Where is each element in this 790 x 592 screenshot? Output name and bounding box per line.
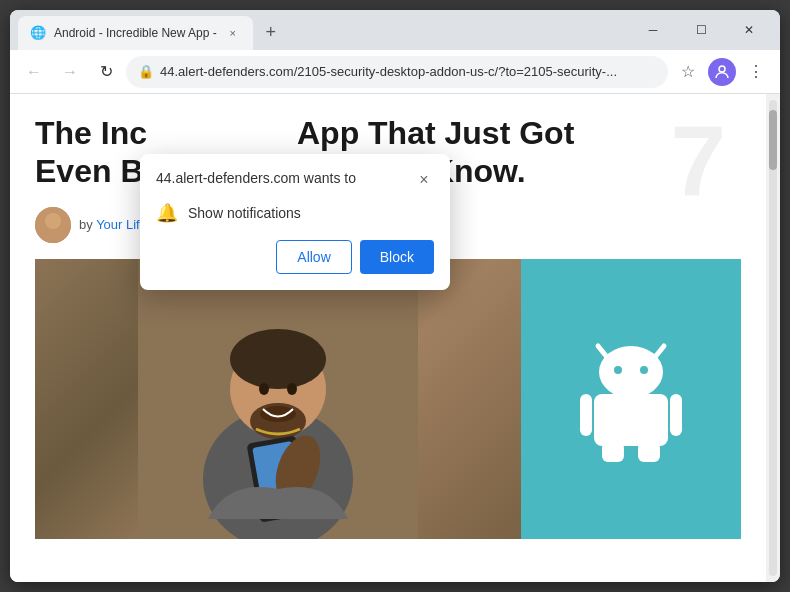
scrollbar-thumb[interactable] (769, 110, 777, 170)
notification-popup: 44.alert-defenders.com wants to × 🔔 Show… (140, 154, 450, 290)
popup-header: 44.alert-defenders.com wants to × (156, 170, 434, 190)
menu-button[interactable]: ⋮ (740, 56, 772, 88)
svg-point-0 (719, 66, 725, 72)
svg-point-9 (260, 406, 296, 422)
author-avatar (35, 207, 71, 243)
svg-point-11 (287, 383, 297, 395)
android-logo (576, 334, 686, 464)
popup-notification-text: Show notifications (188, 205, 301, 221)
block-button[interactable]: Block (360, 240, 434, 274)
tab-title: Android - Incredible New App - (54, 26, 217, 40)
window-controls: ─ ☐ ✕ (630, 16, 772, 44)
bell-icon: 🔔 (156, 202, 178, 224)
minimize-button[interactable]: ─ (630, 16, 676, 44)
allow-button[interactable]: Allow (276, 240, 351, 274)
headline-text-suffix-1: App That Just Got (297, 115, 574, 151)
watermark: 7 (670, 104, 726, 219)
lock-icon: 🔒 (138, 64, 154, 79)
svg-point-7 (230, 329, 326, 389)
active-tab[interactable]: 🌐 Android - Incredible New App - × (18, 16, 253, 50)
popup-close-button[interactable]: × (414, 170, 434, 190)
close-button[interactable]: ✕ (726, 16, 772, 44)
refresh-button[interactable]: ↻ (90, 56, 122, 88)
scrollbar[interactable] (766, 94, 780, 582)
url-text: 44.alert-defenders.com/2105-security-des… (160, 64, 656, 79)
svg-rect-22 (670, 394, 682, 436)
browser-window: 🌐 Android - Incredible New App - × + ─ ☐… (10, 10, 780, 582)
svg-rect-21 (580, 394, 592, 436)
content-area: 7 The Inc App That Just Got Even B ou Ne… (10, 94, 780, 582)
article-image (35, 259, 741, 539)
profile-button[interactable] (708, 58, 736, 86)
popup-actions: Allow Block (156, 240, 434, 274)
maximize-button[interactable]: ☐ (678, 16, 724, 44)
image-right (521, 259, 741, 539)
image-left (35, 259, 521, 539)
headline-text-2: Even B (35, 153, 143, 189)
headline-text-1: The Inc (35, 115, 147, 151)
bookmark-button[interactable]: ☆ (672, 56, 704, 88)
svg-point-10 (259, 383, 269, 395)
address-bar: ← → ↻ 🔒 44.alert-defenders.com/2105-secu… (10, 50, 780, 94)
svg-rect-23 (602, 442, 624, 462)
tab-bar: 🌐 Android - Incredible New App - × + ─ ☐… (10, 10, 780, 50)
back-button[interactable]: ← (18, 56, 50, 88)
page-content: 7 The Inc App That Just Got Even B ou Ne… (10, 94, 766, 582)
svg-point-18 (614, 366, 622, 374)
tab-favicon: 🌐 (30, 25, 46, 41)
svg-point-2 (45, 213, 61, 229)
forward-button[interactable]: → (54, 56, 86, 88)
url-bar[interactable]: 🔒 44.alert-defenders.com/2105-security-d… (126, 56, 668, 88)
svg-point-19 (640, 366, 648, 374)
popup-title: 44.alert-defenders.com wants to (156, 170, 406, 186)
popup-notification-row: 🔔 Show notifications (156, 202, 434, 224)
tab-close-button[interactable]: × (225, 25, 241, 41)
new-tab-button[interactable]: + (257, 18, 285, 46)
scrollbar-track (769, 100, 777, 576)
svg-point-17 (599, 346, 663, 398)
svg-rect-20 (594, 394, 668, 446)
svg-rect-24 (638, 442, 660, 462)
